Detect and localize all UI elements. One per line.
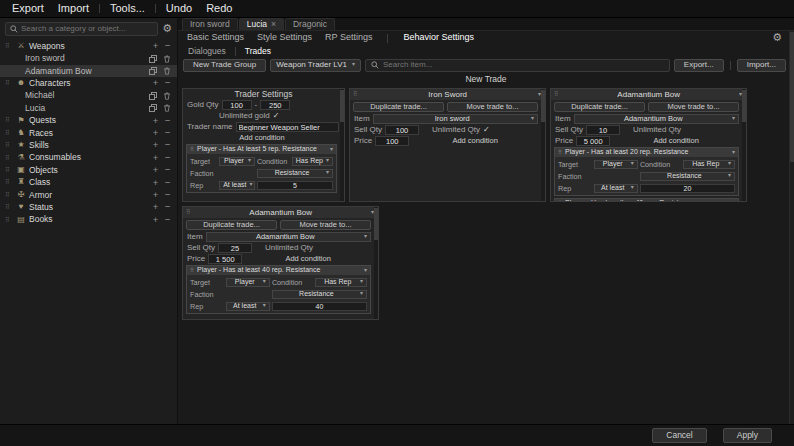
tab-dialogues[interactable]: Dialogues: [188, 46, 226, 57]
condition-select[interactable]: Has Rep▾: [683, 160, 735, 169]
tab-trades[interactable]: Trades: [245, 46, 271, 57]
remove-button[interactable]: −: [163, 177, 172, 189]
add-button[interactable]: +: [151, 40, 160, 52]
trade-header[interactable]: ⠿ Adamantium Bow ▾: [551, 89, 746, 100]
move-trade-button[interactable]: Move trade to...: [648, 102, 739, 112]
sidebar-gear-icon[interactable]: ⚙: [162, 22, 172, 36]
close-icon[interactable]: ×: [271, 19, 276, 30]
collapse-icon[interactable]: ▾: [732, 200, 735, 202]
rep-value-input[interactable]: [272, 302, 367, 311]
export-button[interactable]: Export...: [674, 59, 724, 72]
trader-name-input[interactable]: [236, 122, 339, 132]
faction-select[interactable]: Resistance▾: [257, 169, 333, 178]
sidebar-category-objects[interactable]: ⠿ ▣ Objects + −: [0, 164, 177, 176]
target-select[interactable]: Player▾: [594, 160, 638, 169]
sell-qty-input[interactable]: [218, 243, 252, 253]
add-button[interactable]: +: [151, 115, 160, 127]
unlimited-qty-checkbox[interactable]: ✓: [483, 125, 490, 135]
drag-handle-icon[interactable]: ⠿: [5, 203, 13, 211]
sidebar-category-skills[interactable]: ⠿ ★ Skills + −: [0, 139, 177, 151]
drag-handle-icon[interactable]: ⠿: [353, 91, 357, 99]
sidebar-item-lucia[interactable]: Lucia: [0, 102, 177, 114]
drag-handle-icon[interactable]: ⠿: [5, 154, 13, 162]
faction-select[interactable]: Resistance▾: [272, 290, 367, 299]
drag-handle-icon[interactable]: ⠿: [5, 191, 13, 199]
condition-select[interactable]: Has Rep▾: [292, 157, 333, 166]
scrollbar-thumb[interactable]: [742, 90, 746, 122]
price-input[interactable]: [576, 136, 610, 146]
target-select[interactable]: Player▾: [219, 157, 255, 166]
remove-button[interactable]: −: [163, 164, 172, 176]
drag-handle-icon[interactable]: ⠿: [5, 166, 13, 174]
delete-icon[interactable]: [161, 55, 172, 63]
price-input[interactable]: [208, 254, 242, 264]
delete-icon[interactable]: [161, 92, 172, 100]
duplicate-trade-button[interactable]: Duplicate trade...: [353, 102, 444, 112]
item-search-box[interactable]: [365, 59, 670, 72]
remove-button[interactable]: −: [163, 189, 172, 201]
gold-min-input[interactable]: [222, 100, 252, 110]
sidebar-category-consumables[interactable]: ⠿ ⚗ Consumables + −: [0, 152, 177, 164]
menu-tools[interactable]: Tools...: [104, 2, 151, 16]
sidebar-category-races[interactable]: ⠿ ♞ Races + −: [0, 127, 177, 139]
sidebar-category-characters[interactable]: ⠿ ☻ Characters + −: [0, 77, 177, 89]
drag-handle-icon[interactable]: ⠿: [5, 116, 13, 124]
tab-dragonic[interactable]: Dragonic: [285, 18, 335, 30]
menu-import[interactable]: Import: [52, 2, 95, 16]
rep-operator-select[interactable]: At least▾: [226, 302, 270, 311]
drag-handle-icon[interactable]: ⠿: [558, 149, 562, 156]
apply-button[interactable]: Apply: [723, 428, 772, 443]
duplicate-trade-button[interactable]: Duplicate trade...: [554, 102, 645, 112]
remove-button[interactable]: −: [163, 77, 172, 89]
sidebar-category-status[interactable]: ⠿ ♥ Status + −: [0, 201, 177, 213]
add-condition-button[interactable]: Add condition: [245, 254, 371, 264]
delete-icon[interactable]: [161, 67, 172, 75]
add-button[interactable]: +: [151, 139, 160, 151]
unlimited-gold-checkbox[interactable]: ✓: [273, 111, 280, 121]
add-condition-button[interactable]: Add condition: [239, 133, 284, 143]
new-trade-group-button[interactable]: New Trade Group: [183, 59, 266, 72]
add-condition-button[interactable]: Add condition: [412, 136, 538, 146]
remove-button[interactable]: −: [163, 139, 172, 151]
scrollbar-thumb[interactable]: [340, 90, 344, 122]
rep-value-input[interactable]: [640, 184, 735, 193]
drag-handle-icon[interactable]: ⠿: [5, 216, 13, 224]
duplicate-trade-button[interactable]: Duplicate trade...: [186, 220, 277, 230]
settings-gear-icon[interactable]: ⚙: [772, 31, 782, 45]
drag-handle-icon[interactable]: ⠿: [5, 79, 13, 87]
target-select[interactable]: Player▾: [226, 278, 270, 287]
panel-scrollbar[interactable]: [742, 89, 746, 201]
tab-rp-settings[interactable]: RP Settings: [325, 32, 372, 43]
menu-export[interactable]: Export: [6, 2, 50, 16]
drag-handle-icon[interactable]: ⠿: [190, 267, 194, 274]
duplicate-icon[interactable]: [147, 55, 158, 63]
add-button[interactable]: +: [151, 77, 160, 89]
cancel-button[interactable]: Cancel: [652, 428, 706, 443]
trade-header[interactable]: ⠿ Adamantium Bow ▾: [183, 207, 378, 218]
trade-header[interactable]: ⠿ Iron Sword ▾: [350, 89, 545, 100]
duplicate-icon[interactable]: [147, 92, 158, 100]
add-button[interactable]: +: [151, 152, 160, 164]
drag-handle-icon[interactable]: ⠿: [5, 42, 13, 50]
rep-value-input[interactable]: [257, 181, 333, 190]
tab-style-settings[interactable]: Style Settings: [257, 32, 312, 43]
remove-button[interactable]: −: [163, 214, 172, 226]
drag-handle-icon[interactable]: ⠿: [190, 146, 194, 153]
drag-handle-icon[interactable]: ⠿: [5, 178, 13, 186]
move-trade-button[interactable]: Move trade to...: [280, 220, 371, 230]
item-select[interactable]: Adamantium Bow▾: [574, 114, 739, 124]
add-button[interactable]: +: [151, 201, 160, 213]
condition-header[interactable]: ⠿ Player - Has at least 20 rep. Resistan…: [555, 148, 738, 157]
tab-iron-sword[interactable]: Iron sword: [182, 18, 238, 30]
condition-select[interactable]: Has Rep▾: [315, 278, 367, 287]
condition-header[interactable]: ⠿ Player - Has at least 40 rep. Resistan…: [187, 266, 370, 275]
remove-button[interactable]: −: [163, 201, 172, 213]
add-button[interactable]: +: [151, 127, 160, 139]
sell-qty-input[interactable]: [586, 125, 620, 135]
scrollbar-thumb[interactable]: [374, 208, 378, 240]
remove-button[interactable]: −: [163, 40, 172, 52]
add-condition-button[interactable]: Add condition: [613, 136, 739, 146]
sidebar-category-weapons[interactable]: ⠿ ⚔ Weapons + −: [0, 40, 177, 52]
collapse-icon[interactable]: ▾: [364, 267, 367, 275]
sidebar-category-quests[interactable]: ⠿ ⚑ Quests + −: [0, 114, 177, 126]
